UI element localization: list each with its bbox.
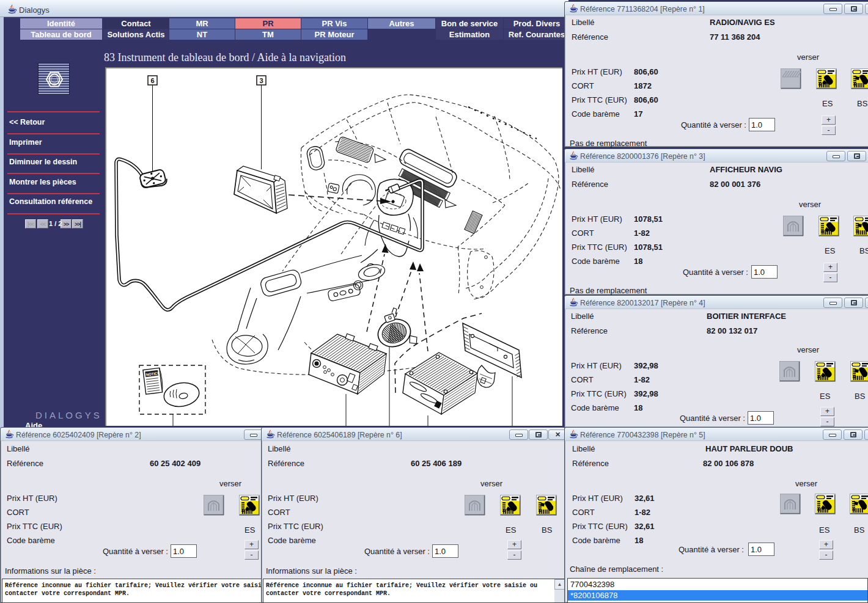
- svg-text:3: 3: [259, 77, 263, 84]
- svg-text:6: 6: [150, 77, 154, 84]
